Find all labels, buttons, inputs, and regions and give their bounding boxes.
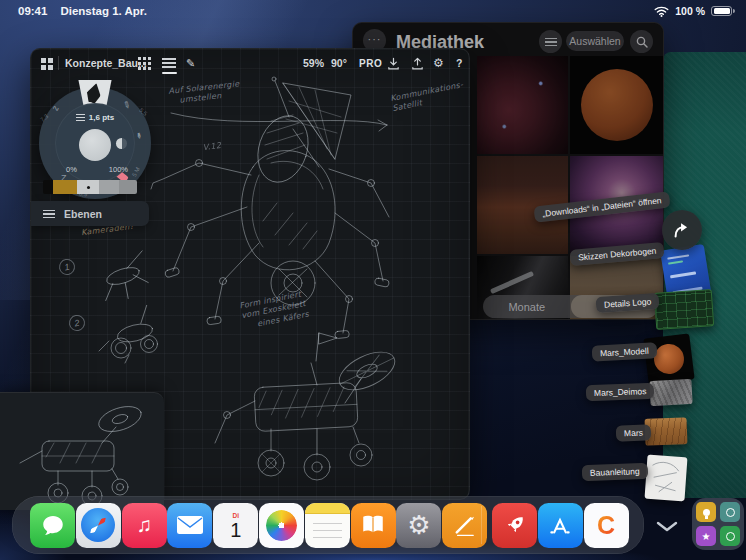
drag-label-mars-deimos[interactable]: Mars_Deimos [586,383,655,401]
battery-icon [711,6,732,17]
status-bar: 09:41 Dienstag 1. Apr. 100 % [0,0,746,22]
zoom-level[interactable]: 59% [303,55,324,71]
color-preview-dot[interactable] [79,129,111,161]
status-time: 09:41 [18,5,47,17]
c-letter-icon: C [597,511,615,540]
opacity-max: 100% [109,165,128,174]
swatch-lightgray-selected[interactable] [77,180,99,194]
thumb-deimos-texture[interactable] [649,379,692,406]
stroke-width-value: 1,6 pts [89,113,114,122]
dots-grid-icon [138,57,141,60]
thumb-bauanleitung-sketch[interactable] [645,455,688,502]
dock-app-library[interactable]: ★ [692,498,744,550]
thumb-mars-map[interactable] [645,417,688,445]
background-app-card[interactable] [0,392,164,510]
dock-icon-safari[interactable] [76,503,121,548]
lines-icon [162,58,176,68]
gear-icon: ⚙ [407,510,430,541]
open-book-icon [360,513,386,537]
drag-label-mars-modell[interactable]: Mars_Modell [592,342,657,361]
dots-grid-button[interactable] [138,55,150,71]
dock-expand-chevron[interactable] [650,514,684,538]
calendar-day: 1 [230,519,241,541]
dock-icon-calendar[interactable]: Di 1 [213,503,258,548]
import-button[interactable] [387,55,400,71]
mini-app-star-icon: ★ [696,526,716,546]
dock-icon-c-app[interactable]: C [584,503,629,548]
drag-label-bauanleitung[interactable]: Bauanleitung [582,463,648,481]
envelope-icon [176,515,204,535]
import-icon [387,57,400,70]
share-arrow-icon [671,219,693,241]
notes-header [305,503,350,514]
settings-button[interactable]: ⚙ [433,55,444,71]
music-note-icon: ♫ [136,513,152,537]
color-swatch-bar[interactable] [43,180,137,194]
stroke-lines-icon [76,114,85,121]
flower-icon [266,510,297,541]
drag-label-mars[interactable]: Mars [616,424,651,441]
chat-bubble-icon [40,512,66,538]
chevron-down-icon [656,521,678,532]
share-button[interactable] [662,210,702,250]
dock-icon-mail[interactable] [167,503,212,548]
help-button[interactable]: ? [456,55,462,71]
tool-wheel-center[interactable]: 1,6 pts 0% 100% [55,103,135,183]
dock-icon-music[interactable]: ♫ [122,503,167,548]
export-icon [411,57,424,70]
dock-icon-photos[interactable] [259,503,304,548]
background-sketch-preview [0,393,164,511]
contrast-icon[interactable] [116,138,127,149]
thumb-green-circuit-card[interactable] [654,289,714,330]
swatch-gray[interactable] [99,180,119,194]
opacity-min: 0% [66,165,77,174]
status-date: Dienstag 1. Apr. [60,5,147,17]
ipad-screen: 09:41 Dienstag 1. Apr. 100 % ··· Mediath… [0,0,746,560]
layers-list-icon [43,210,55,218]
pen-settings-button[interactable]: ✎ [186,55,195,71]
calendar-weekday: Di [232,512,239,519]
export-button[interactable] [411,55,424,71]
dock-icon-messages[interactable] [30,503,75,548]
rotation-value[interactable]: 90° [331,55,347,71]
swatch-black[interactable] [43,180,53,194]
toolbar-divider [58,55,59,71]
dock-icon-settings[interactable]: ⚙ [396,503,441,548]
compass-icon [81,508,115,542]
gear-icon: ⚙ [433,56,444,70]
dock-icon-app-store[interactable] [538,503,583,548]
layers-list-button[interactable] [162,55,176,71]
pen-icon [451,511,479,539]
grid-squares-icon [41,58,46,63]
pro-badge[interactable]: PRO [359,55,382,71]
battery-percent: 100 % [675,5,705,17]
wave-tool-icon[interactable]: ∿ [52,103,60,113]
dock-icon-rocket[interactable] [492,503,537,548]
brush-tip-icon [85,82,103,105]
wifi-icon [654,6,669,17]
workspace-grid-button[interactable] [41,55,52,71]
segment-monate[interactable]: Monate [483,295,571,318]
rocket-icon [502,512,528,538]
document-title[interactable]: Konzepte_Bau... [65,55,147,71]
appstore-a-icon [546,511,574,539]
dock: ♫ Di 1 ⚙ [12,496,644,554]
pen-icon: ✎ [186,57,195,70]
mini-app-lightbulb-icon [696,502,716,522]
layers-label: Ebenen [64,208,102,220]
mini-app-camera-icon [720,502,740,522]
swatch-darkgray[interactable] [119,180,137,194]
mini-app-ring-icon [720,526,740,546]
thumb-mars-planet[interactable] [643,333,694,384]
dock-icon-books[interactable] [351,503,396,548]
swatch-gold[interactable] [53,180,77,194]
dock-divider [481,506,482,544]
dock-icon-notes[interactable] [305,503,350,548]
layers-panel-header[interactable]: Ebenen [31,201,149,226]
